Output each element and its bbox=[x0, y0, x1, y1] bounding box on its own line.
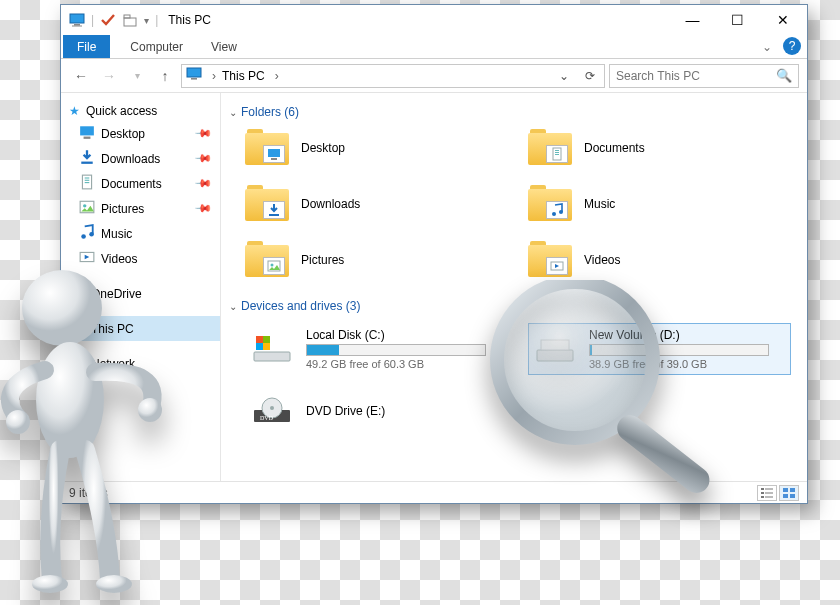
sidebar-network[interactable]: Network bbox=[61, 351, 220, 376]
desktop-icon bbox=[79, 124, 95, 143]
svg-rect-51 bbox=[765, 492, 773, 494]
help-icon[interactable]: ? bbox=[783, 37, 801, 55]
recent-locations-button[interactable]: ▾ bbox=[125, 64, 149, 88]
folder-item-picture[interactable]: Pictures bbox=[245, 241, 508, 279]
svg-rect-4 bbox=[124, 15, 130, 18]
tab-view[interactable]: View bbox=[197, 35, 251, 58]
drive-usage-bar bbox=[589, 344, 769, 356]
sidebar-this-pc[interactable]: This PC bbox=[61, 316, 220, 341]
svg-rect-56 bbox=[783, 494, 788, 498]
search-icon[interactable]: 🔍 bbox=[776, 68, 792, 83]
tab-file[interactable]: File bbox=[63, 35, 110, 58]
video-icon bbox=[79, 249, 95, 268]
maximize-button[interactable]: ☐ bbox=[715, 6, 760, 34]
desktop-icon bbox=[263, 145, 285, 163]
drive-icon: DVD bbox=[250, 394, 294, 428]
folder-item-download[interactable]: Downloads bbox=[245, 185, 508, 223]
folder-icon bbox=[245, 129, 289, 167]
svg-rect-27 bbox=[555, 150, 559, 151]
qat-newfolder-icon[interactable] bbox=[122, 12, 138, 28]
sidebar-item-desktop[interactable]: Desktop📌 bbox=[61, 121, 220, 146]
nav-row: ← → ▾ ↑ This PC ⌄ ⟳ 🔍 bbox=[61, 59, 807, 93]
folder-item-music[interactable]: Music bbox=[528, 185, 791, 223]
close-button[interactable]: ✕ bbox=[760, 6, 805, 34]
drive-item[interactable]: New Volume (D:)38.9 GB free of 39.0 GB bbox=[528, 323, 791, 375]
sidebar-onedrive[interactable]: OneDrive bbox=[61, 281, 220, 306]
sidebar-item-picture[interactable]: Pictures📌 bbox=[61, 196, 220, 221]
svg-rect-25 bbox=[271, 158, 277, 160]
drive-item[interactable]: Local Disk (C:)49.2 GB free of 60.3 GB bbox=[245, 323, 508, 375]
svg-rect-2 bbox=[72, 26, 82, 27]
picture-icon bbox=[79, 199, 95, 218]
svg-rect-23 bbox=[74, 364, 80, 368]
pin-icon: 📌 bbox=[193, 199, 212, 218]
sidebar-item-music[interactable]: Music bbox=[61, 221, 220, 246]
breadcrumb-current[interactable]: This PC bbox=[222, 69, 265, 83]
qat-properties-icon[interactable] bbox=[100, 12, 116, 28]
group-header-folders[interactable]: ⌄ Folders (6) bbox=[225, 101, 799, 125]
svg-rect-48 bbox=[761, 488, 764, 490]
svg-rect-41 bbox=[263, 343, 270, 350]
svg-rect-43 bbox=[541, 340, 569, 350]
svg-point-32 bbox=[559, 210, 563, 214]
sidebar-item-document[interactable]: Documents📌 bbox=[61, 171, 220, 196]
svg-rect-3 bbox=[124, 18, 136, 26]
folder-item-document[interactable]: Documents bbox=[528, 129, 791, 167]
video-icon bbox=[546, 257, 568, 275]
sidebar-item-label: Desktop bbox=[101, 127, 145, 141]
document-icon bbox=[79, 174, 95, 193]
explorer-window: | ▾ | This PC — ☐ ✕ File Computer View ⌄… bbox=[60, 4, 808, 504]
breadcrumb-root-icon[interactable] bbox=[208, 69, 216, 83]
search-input[interactable] bbox=[616, 69, 776, 83]
network-icon bbox=[69, 354, 85, 373]
forward-button[interactable]: → bbox=[97, 64, 121, 88]
svg-rect-49 bbox=[765, 488, 773, 490]
svg-rect-19 bbox=[70, 321, 84, 330]
folder-label: Videos bbox=[584, 253, 620, 267]
folder-icon bbox=[528, 185, 572, 223]
tab-computer[interactable]: Computer bbox=[116, 35, 197, 58]
pin-icon: 📌 bbox=[193, 124, 212, 143]
sidebar-item-download[interactable]: Downloads📌 bbox=[61, 146, 220, 171]
svg-point-16 bbox=[81, 234, 86, 239]
onedrive-icon bbox=[69, 284, 85, 303]
svg-rect-53 bbox=[765, 496, 773, 498]
ribbon-collapse-icon[interactable]: ⌄ bbox=[755, 35, 779, 58]
svg-rect-24 bbox=[268, 149, 280, 157]
folder-label: Downloads bbox=[301, 197, 360, 211]
svg-point-34 bbox=[271, 264, 274, 267]
up-button[interactable]: ↑ bbox=[153, 64, 177, 88]
group-header-drives[interactable]: ⌄ Devices and drives (3) bbox=[225, 295, 799, 319]
view-largeicons-icon[interactable] bbox=[779, 485, 799, 501]
folder-label: Documents bbox=[584, 141, 645, 155]
sidebar-item-video[interactable]: Videos bbox=[61, 246, 220, 271]
refresh-icon[interactable]: ⟳ bbox=[580, 69, 600, 83]
folder-label: Desktop bbox=[301, 141, 345, 155]
breadcrumb-sep-icon[interactable] bbox=[271, 69, 279, 83]
folder-icon bbox=[245, 185, 289, 223]
drive-item[interactable]: DVDDVD Drive (E:) bbox=[245, 389, 508, 433]
svg-rect-28 bbox=[555, 152, 559, 153]
search-box[interactable]: 🔍 bbox=[609, 64, 799, 88]
sidebar-label: Quick access bbox=[86, 104, 157, 118]
picture-icon bbox=[263, 257, 285, 275]
svg-rect-12 bbox=[85, 180, 90, 181]
folder-item-desktop[interactable]: Desktop bbox=[245, 129, 508, 167]
sidebar-quick-access[interactable]: ★ Quick access bbox=[61, 101, 220, 121]
view-details-icon[interactable] bbox=[757, 485, 777, 501]
svg-rect-7 bbox=[80, 126, 94, 135]
folder-item-video[interactable]: Videos bbox=[528, 241, 791, 279]
qat-separator: | bbox=[91, 13, 94, 27]
minimize-button[interactable]: — bbox=[670, 6, 715, 34]
svg-rect-21 bbox=[70, 356, 76, 360]
qat-dropdown-icon[interactable]: ▾ bbox=[144, 15, 149, 26]
svg-point-63 bbox=[6, 410, 30, 434]
address-history-icon[interactable]: ⌄ bbox=[554, 69, 574, 83]
download-icon bbox=[263, 201, 285, 219]
sidebar-item-label: Videos bbox=[101, 252, 137, 266]
address-bar[interactable]: This PC ⌄ ⟳ bbox=[181, 64, 605, 88]
svg-rect-5 bbox=[187, 68, 201, 77]
back-button[interactable]: ← bbox=[69, 64, 93, 88]
thispc-icon bbox=[69, 319, 85, 338]
svg-point-17 bbox=[89, 232, 94, 237]
